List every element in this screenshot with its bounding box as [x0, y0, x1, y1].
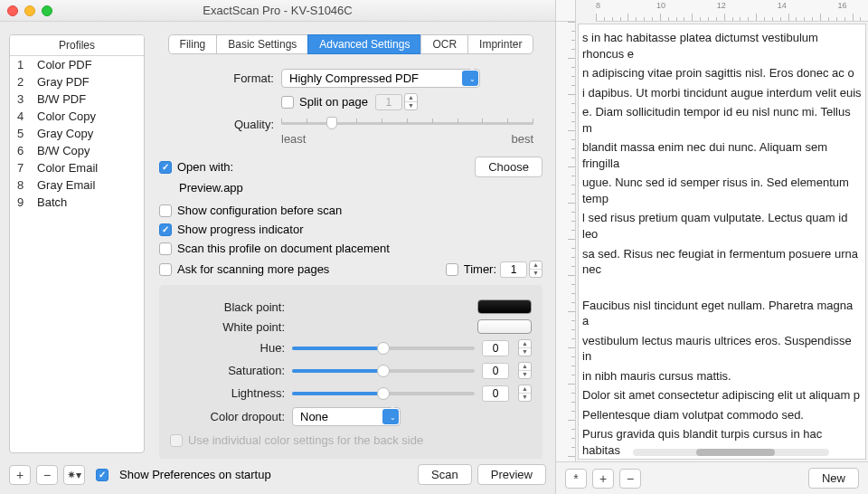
- split-checkbox[interactable]: [281, 96, 294, 109]
- scanprofile-checkbox[interactable]: [159, 242, 172, 255]
- scan-button[interactable]: Scan: [418, 464, 472, 485]
- tab-filing[interactable]: Filing: [168, 34, 218, 54]
- zoom-icon[interactable]: [42, 5, 52, 16]
- saturation-value[interactable]: [482, 363, 509, 379]
- preview-panel: 810121416 s in hac habitasse platea dict…: [556, 0, 868, 494]
- minus-button[interactable]: −: [619, 469, 641, 489]
- profiles-panel: Profiles 1Color PDF2Gray PDF3B/W PDF4Col…: [9, 34, 145, 453]
- whitepoint-swatch[interactable]: [477, 319, 532, 334]
- blackpoint-swatch[interactable]: [477, 299, 532, 314]
- bottom-bar: + − ✷▾ Show Preferences on startup Scan …: [0, 459, 555, 494]
- remove-profile-button[interactable]: −: [36, 465, 58, 485]
- close-icon[interactable]: [7, 5, 18, 16]
- profile-row[interactable]: 9Batch: [10, 194, 144, 211]
- lightness-value[interactable]: [482, 385, 509, 402]
- showconfig-checkbox[interactable]: [159, 204, 172, 217]
- timer-checkbox[interactable]: [446, 263, 458, 276]
- showprogress-checkbox[interactable]: [159, 223, 172, 236]
- openwith-app: Preview.app: [179, 181, 243, 195]
- tab-imprinter[interactable]: Imprinter: [467, 34, 533, 54]
- openwith-checkbox[interactable]: [159, 161, 172, 174]
- tab-ocr[interactable]: OCR: [420, 34, 468, 54]
- quality-slider[interactable]: [281, 116, 533, 130]
- tabs: FilingBasic SettingsAdvanced SettingsOCR…: [156, 34, 546, 54]
- app-window: ExactScan Pro - KV-S1046C Profiles 1Colo…: [0, 0, 556, 494]
- showprefs-checkbox[interactable]: [96, 469, 108, 481]
- profile-row[interactable]: 3B/W PDF: [10, 90, 144, 108]
- add-profile-button[interactable]: +: [9, 465, 31, 485]
- saturation-slider[interactable]: [292, 365, 475, 377]
- openwith-label: Open with:: [177, 160, 233, 174]
- ruler-horizontal: 810121416: [596, 0, 868, 22]
- format-label: Format:: [159, 71, 281, 85]
- profile-row[interactable]: 6B/W Copy: [10, 142, 144, 159]
- profile-row[interactable]: 5Gray Copy: [10, 125, 144, 142]
- sat-stepper[interactable]: ▲▼: [518, 362, 532, 379]
- profiles-header: Profiles: [10, 35, 144, 56]
- profile-row[interactable]: 4Color Copy: [10, 108, 144, 125]
- profile-row[interactable]: 8Gray Email: [10, 176, 144, 194]
- color-panel: Black point: White point: Hue:: [159, 285, 542, 459]
- horizontal-scrollbar[interactable]: [633, 449, 829, 456]
- window-title: ExactScan Pro - KV-S1046C: [0, 4, 555, 17]
- tab-advanced-settings[interactable]: Advanced Settings: [307, 34, 421, 54]
- document-preview[interactable]: s in hac habitasse platea dictumst vesti…: [578, 24, 866, 460]
- individual-checkbox: [170, 434, 183, 447]
- tab-basic-settings[interactable]: Basic Settings: [216, 34, 308, 54]
- preview-button[interactable]: Preview: [477, 464, 546, 485]
- titlebar: ExactScan Pro - KV-S1046C: [0, 0, 555, 22]
- dropout-select[interactable]: None: [292, 407, 401, 426]
- hue-stepper[interactable]: ▲▼: [518, 339, 532, 356]
- ruler-vertical: [556, 22, 576, 461]
- new-button[interactable]: New: [808, 468, 859, 489]
- minimize-icon[interactable]: [24, 5, 35, 16]
- split-value[interactable]: [375, 94, 402, 110]
- star-button[interactable]: *: [565, 469, 587, 489]
- plus-button[interactable]: +: [592, 469, 614, 489]
- profile-row[interactable]: 1Color PDF: [10, 56, 144, 73]
- hue-value[interactable]: [482, 340, 509, 356]
- split-stepper[interactable]: ▲▼: [404, 93, 418, 110]
- quality-label: Quality:: [159, 116, 281, 131]
- profile-row[interactable]: 7Color Email: [10, 159, 144, 176]
- hue-slider[interactable]: [292, 342, 475, 355]
- profile-row[interactable]: 2Gray PDF: [10, 73, 144, 90]
- timer-value[interactable]: [500, 261, 527, 278]
- askmore-checkbox[interactable]: [159, 263, 172, 276]
- format-select[interactable]: Highly Compressed PDF: [281, 69, 480, 88]
- timer-stepper[interactable]: ▲▼: [529, 261, 542, 278]
- gear-icon[interactable]: ✷▾: [63, 465, 85, 485]
- split-label: Split on page: [299, 95, 368, 109]
- light-stepper[interactable]: ▲▼: [518, 385, 532, 402]
- choose-button[interactable]: Choose: [475, 157, 542, 177]
- lightness-slider[interactable]: [292, 387, 475, 400]
